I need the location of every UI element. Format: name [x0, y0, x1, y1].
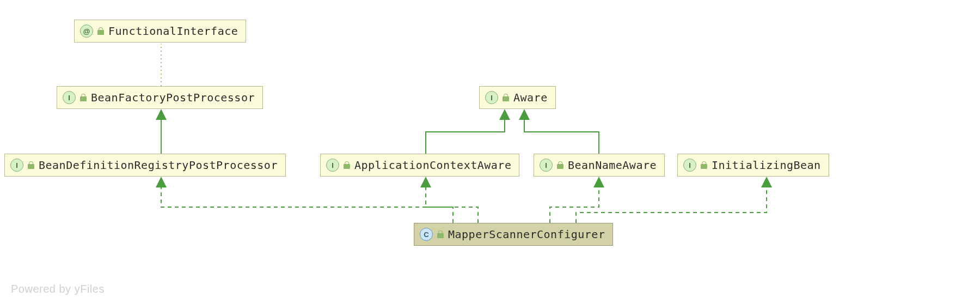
node-label: BeanFactoryPostProcessor — [91, 91, 255, 104]
node-label: FunctionalInterface — [108, 25, 238, 38]
interface-icon: I — [540, 159, 553, 172]
lock-icon — [701, 161, 707, 169]
node-label: Aware — [513, 91, 548, 104]
lock-icon — [344, 161, 350, 169]
interface-icon: I — [63, 91, 76, 104]
lock-icon — [80, 94, 87, 101]
node-initializing-bean[interactable]: I InitializingBean — [677, 154, 829, 177]
lock-icon — [28, 161, 34, 169]
edge-msc-to-bna — [550, 178, 599, 223]
edges-layer — [0, 0, 980, 303]
interface-icon: I — [683, 159, 696, 172]
interface-icon: I — [10, 159, 23, 172]
interface-icon: I — [326, 159, 339, 172]
node-label: ApplicationContextAware — [354, 159, 511, 172]
node-mapper-scanner-configurer[interactable]: C MapperScannerConfigurer — [414, 223, 613, 246]
lock-icon — [437, 231, 444, 238]
node-label: MapperScannerConfigurer — [448, 228, 605, 241]
node-bean-name-aware[interactable]: I BeanNameAware — [534, 154, 665, 177]
edge-aca-to-aware — [426, 110, 505, 154]
annotation-icon: @ — [80, 25, 93, 38]
node-functional-interface[interactable]: @ FunctionalInterface — [74, 20, 246, 43]
edge-msc-to-ib — [576, 178, 767, 223]
footer-attribution: Powered by yFiles — [11, 283, 105, 295]
interface-icon: I — [485, 91, 498, 104]
node-bean-factory-post-processor[interactable]: I BeanFactoryPostProcessor — [57, 86, 263, 109]
node-label: BeanDefinitionRegistryPostProcessor — [39, 159, 278, 172]
lock-icon — [503, 94, 509, 101]
node-application-context-aware[interactable]: I ApplicationContextAware — [320, 154, 519, 177]
edge-bna-to-aware — [524, 110, 599, 154]
node-bean-definition-registry-post-processor[interactable]: I BeanDefinitionRegistryPostProcessor — [4, 154, 286, 177]
node-aware[interactable]: I Aware — [479, 86, 556, 109]
edge-msc-to-aca — [426, 178, 478, 223]
lock-icon — [557, 161, 564, 169]
node-label: BeanNameAware — [568, 159, 657, 172]
class-icon: C — [420, 228, 433, 241]
node-label: InitializingBean — [712, 159, 821, 172]
edge-msc-to-bdrpp — [161, 178, 453, 223]
lock-icon — [97, 27, 104, 35]
